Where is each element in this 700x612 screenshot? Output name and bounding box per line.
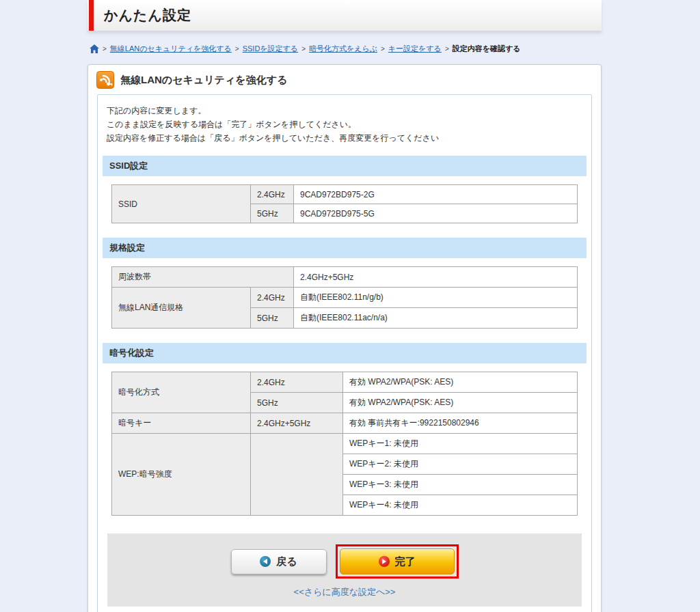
page-column: かんたん設定 >無線LANのセキュリティを強化する>SSIDを設定する>暗号化方…	[88, 0, 602, 612]
breadcrumb-separator: >	[381, 45, 385, 53]
section-header: SSID設定	[103, 156, 587, 176]
table-cell-label: 2.4GHz	[251, 372, 343, 393]
table-cell-label: 無線LAN通信規格	[112, 288, 251, 329]
header-accent-bar	[89, 0, 94, 31]
completion-highlight-box: 完了	[336, 544, 459, 579]
settings-section: 暗号化設定暗号化方式2.4GHz有効 WPA2/WPA(PSK: AES)5GH…	[103, 343, 587, 516]
breadcrumb-link[interactable]: 無線LANのセキュリティを強化する	[110, 44, 232, 54]
breadcrumb-separator: >	[235, 45, 239, 53]
action-strip: 戻る 完了 <<さらに高度な設定へ>>	[107, 533, 582, 607]
back-arrow-icon	[260, 556, 271, 567]
breadcrumb-current: 設定内容を確認する	[453, 44, 521, 54]
breadcrumb-separator: >	[103, 45, 107, 53]
complete-button-label: 完了	[395, 555, 416, 568]
forward-arrow-icon	[379, 556, 390, 567]
main-panel: 無線LANのセキュリティを強化する 下記の内容に変更します。このまま設定を反映す…	[88, 64, 602, 612]
table-row: 暗号化方式2.4GHz有効 WPA2/WPA(PSK: AES)	[112, 372, 578, 393]
table-cell-label: 5GHz	[251, 204, 294, 223]
breadcrumb: >無線LANのセキュリティを強化する>SSIDを設定する>暗号化方式をえらぶ>キ…	[90, 44, 602, 54]
table-cell-label: 2.4GHz+5GHz	[251, 413, 343, 434]
settings-section: 規格設定周波数帯2.4GHz+5GHz無線LAN通信規格2.4GHz自動(IEE…	[103, 238, 587, 329]
table-cell-label	[251, 434, 343, 516]
settings-table: 周波数帯2.4GHz+5GHz無線LAN通信規格2.4GHz自動(IEEE802…	[111, 266, 578, 329]
page-title: かんたん設定	[104, 6, 191, 25]
table-cell-value: 自動(IEEE802.11ac/n/a)	[294, 308, 578, 329]
panel-body: 下記の内容に変更します。このまま設定を反映する場合は「完了」ボタンを押してくださ…	[97, 94, 592, 612]
table-cell-value: WEPキー2: 未使用	[343, 454, 578, 475]
settings-table: 暗号化方式2.4GHz有効 WPA2/WPA(PSK: AES)5GHz有効 W…	[111, 372, 578, 516]
table-cell-label: 暗号キー	[112, 413, 251, 434]
advanced-settings-link[interactable]: <<さらに高度な設定へ>>	[294, 586, 396, 598]
section-header: 暗号化設定	[103, 343, 587, 363]
table-cell-value: 9CAD972BD975-5G	[294, 204, 578, 223]
table-cell-label: 5GHz	[251, 393, 343, 413]
table-cell-value: 有効 事前共有キー:9922150802946	[343, 413, 578, 434]
table-cell-value: WEPキー1: 未使用	[343, 434, 578, 454]
home-icon[interactable]	[90, 44, 99, 53]
wireless-security-icon	[96, 71, 114, 89]
table-cell-value: 自動(IEEE802.11n/g/b)	[294, 288, 578, 308]
table-cell-value: 9CAD972BD975-2G	[294, 185, 578, 204]
table-cell-label: 5GHz	[251, 308, 294, 329]
panel-title-text: 無線LANのセキュリティを強化する	[120, 74, 287, 87]
section-header: 規格設定	[103, 238, 587, 258]
back-button-label: 戻る	[276, 555, 297, 568]
table-cell-label: 暗号化方式	[112, 372, 251, 413]
back-button[interactable]: 戻る	[231, 549, 327, 574]
table-cell-value: WEPキー3: 未使用	[343, 475, 578, 495]
table-row: WEP:暗号強度WEPキー1: 未使用	[112, 434, 578, 454]
table-cell-value: 有効 WPA2/WPA(PSK: AES)	[343, 372, 578, 393]
table-row: 無線LAN通信規格2.4GHz自動(IEEE802.11n/g/b)	[112, 288, 578, 308]
table-cell-label: SSID	[112, 185, 251, 223]
breadcrumb-separator: >	[301, 45, 306, 53]
app-header: かんたん設定	[88, 0, 602, 31]
table-cell-label: WEP:暗号強度	[112, 434, 251, 516]
breadcrumb-link[interactable]: SSIDを設定する	[243, 44, 298, 54]
table-cell-value: 2.4GHz+5GHz	[294, 267, 578, 288]
table-row: 暗号キー2.4GHz+5GHz有効 事前共有キー:9922150802946	[112, 413, 578, 434]
complete-button[interactable]: 完了	[340, 548, 455, 574]
table-cell-value: 有効 WPA2/WPA(PSK: AES)	[343, 393, 578, 413]
settings-table: SSID2.4GHz9CAD972BD975-2G5GHz9CAD972BD97…	[111, 184, 578, 223]
button-row: 戻る 完了	[107, 544, 582, 579]
breadcrumb-link[interactable]: 暗号化方式をえらぶ	[309, 44, 377, 54]
settings-section: SSID設定SSID2.4GHz9CAD972BD975-2G5GHz9CAD9…	[103, 156, 587, 223]
panel-title-row: 無線LANのセキュリティを強化する	[88, 65, 601, 94]
table-cell-label: 2.4GHz	[251, 185, 294, 204]
table-cell-label: 2.4GHz	[251, 288, 294, 308]
table-row: 周波数帯2.4GHz+5GHz	[112, 267, 578, 288]
breadcrumb-separator: >	[445, 45, 449, 53]
table-row: SSID2.4GHz9CAD972BD975-2G	[112, 185, 578, 204]
breadcrumb-link[interactable]: キー設定をする	[388, 44, 442, 54]
table-cell-value: WEPキー4: 未使用	[343, 495, 578, 516]
intro-text: 下記の内容に変更します。このまま設定を反映する場合は「完了」ボタンを押してくださ…	[107, 105, 582, 145]
settings-sections: SSID設定SSID2.4GHz9CAD972BD975-2G5GHz9CAD9…	[103, 156, 587, 516]
table-cell-label: 周波数帯	[112, 267, 294, 288]
